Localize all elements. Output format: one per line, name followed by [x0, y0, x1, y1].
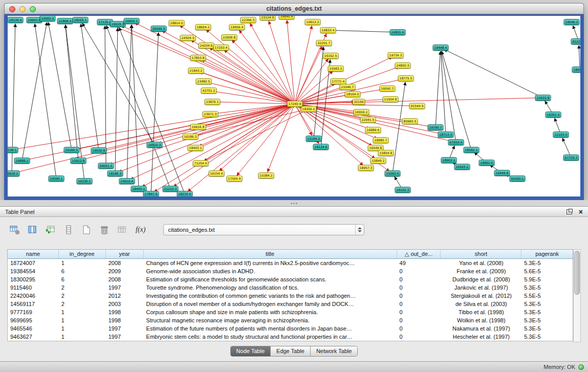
graph-node[interactable]: 18300 2	[301, 106, 317, 112]
graph-node[interactable]: 18186 3	[107, 170, 123, 177]
graph-node[interactable]: 16949 8	[494, 170, 510, 176]
graph-node[interactable]: 16186 3	[183, 134, 199, 140]
tab-node-table[interactable]: Node Table	[231, 346, 271, 356]
import-table-icon[interactable]	[45, 224, 56, 235]
graph-node[interactable]: 71254 0	[193, 160, 209, 166]
graph-node[interactable]: 11504 8	[383, 96, 399, 102]
graph-node[interactable]: 17253 4	[213, 45, 229, 51]
table-row[interactable]: 1830029562008Estimation of significance …	[8, 275, 573, 283]
graph-node[interactable]: 18265 1	[73, 17, 89, 23]
graph-node[interactable]: 19613 2	[305, 19, 321, 25]
graph-node[interactable]: 19565 3	[40, 16, 56, 21]
scrollbar-thumb[interactable]	[574, 251, 580, 295]
graph-node[interactable]: 21868 4	[57, 18, 73, 24]
graph-node[interactable]: 16889 6	[365, 127, 381, 133]
graph-node[interactable]: 17594 4	[227, 176, 243, 182]
graph-node[interactable]: 24610 4	[119, 178, 135, 184]
graph-node[interactable]: 42751 2	[201, 87, 217, 94]
table-vertical-scrollbar[interactable]	[573, 249, 581, 342]
graph-node[interactable]: 18775 5	[398, 75, 414, 81]
graph-node[interactable]: 19046 3	[564, 19, 580, 25]
delete-table-icon[interactable]	[99, 224, 110, 235]
graph-node[interactable]: 19448 4	[433, 45, 449, 51]
graph-node[interactable]: 18962 0	[479, 160, 495, 166]
graph-node[interactable]: 18582 1	[464, 147, 480, 153]
graph-node[interactable]: 19790 7	[428, 124, 444, 130]
tab-edge-table[interactable]: Edge Table	[271, 346, 311, 356]
table-row[interactable]: 1872400712008Changes of HCN gene express…	[8, 259, 573, 267]
column-header[interactable]: pagerank	[521, 250, 573, 258]
graph-node[interactable]: 18814 0	[169, 20, 185, 26]
table-row[interactable]: 1938455462009Genome-wide association stu…	[8, 267, 573, 275]
graph-node[interactable]: 23482 5	[196, 78, 212, 84]
panel-divider[interactable]	[0, 200, 588, 206]
graph-node[interactable]: 18158 1	[8, 147, 18, 153]
graph-node[interactable]: 17853 8	[190, 55, 206, 61]
graph-node[interactable]: 80965 5	[402, 118, 418, 124]
graph-node[interactable]: 30049 3	[151, 26, 167, 32]
graph-node[interactable]: 10629 2	[8, 170, 19, 177]
table-settings-icon[interactable]	[9, 224, 20, 235]
close-panel-icon[interactable]: ×	[579, 208, 583, 215]
network-canvas[interactable]: 18139 420643 019565 321868 418265 117135…	[8, 16, 580, 196]
graph-node[interactable]: 19956 4	[229, 24, 245, 30]
graph-node[interactable]: 19030 8	[91, 147, 107, 154]
graph-node[interactable]: 15933 8	[535, 95, 551, 101]
network-table-select[interactable]: citations_edges.txt	[163, 224, 364, 235]
graph-node[interactable]: 23876 1	[205, 99, 221, 105]
graph-node[interactable]: 16351 4	[546, 112, 561, 118]
table-row[interactable]: 946362711997Embryonic stem cells: a mode…	[8, 333, 573, 341]
graph-node[interactable]: 16102 3	[395, 187, 411, 193]
graph-node[interactable]: 15849 2	[371, 158, 386, 164]
graph-node[interactable]: 16336 1	[77, 178, 93, 184]
graph-node[interactable]: 23671 3	[203, 111, 219, 117]
column-visibility-icon[interactable]	[27, 224, 38, 235]
graph-node[interactable]: 18453 2	[572, 67, 580, 73]
graph-node[interactable]: 18604 2	[195, 24, 211, 30]
graph-node[interactable]: 19590 1	[49, 176, 64, 182]
graph-node[interactable]: 18139 4	[8, 17, 23, 23]
column-header[interactable]: year	[106, 250, 144, 258]
graph-node[interactable]: 18713 3	[438, 132, 454, 138]
table-row[interactable]: 1456911722003Disruption of a novel membe…	[8, 300, 573, 308]
new-table-icon[interactable]	[81, 224, 92, 235]
graph-node[interactable]: 15583 2	[328, 65, 344, 72]
merge-table-icon[interactable]	[117, 224, 128, 235]
graph-node[interactable]: 17240 9	[287, 101, 303, 107]
graph-node[interactable]: 15093 4	[385, 170, 401, 177]
graph-node[interactable]: 25260 5	[64, 147, 80, 153]
zoom-button[interactable]	[30, 6, 36, 12]
graph-node[interactable]: 18134 8	[313, 144, 329, 150]
graph-node[interactable]: 16042 7	[380, 85, 396, 92]
graph-node[interactable]: 22041 0	[360, 117, 376, 123]
minimize-button[interactable]	[19, 6, 26, 12]
graph-node[interactable]: 15384 2	[258, 172, 274, 179]
column-header[interactable]: in_degree	[59, 250, 106, 258]
float-panel-icon[interactable]	[567, 209, 573, 214]
graph-node[interactable]: 15124 9	[260, 16, 276, 20]
graph-node[interactable]: 15854 8	[378, 150, 394, 156]
graph-node[interactable]: 19833 4	[320, 27, 336, 33]
function-builder-icon[interactable]: f(x)	[136, 226, 145, 234]
graph-node[interactable]: 24831 4	[390, 29, 406, 35]
row-tools-icon[interactable]	[63, 224, 74, 235]
graph-node[interactable]: 18903 2	[441, 157, 457, 163]
graph-node[interactable]: 16162 5	[323, 53, 339, 59]
graph-node[interactable]: 32201 7	[316, 40, 332, 46]
graph-node[interactable]: 16905 1	[124, 18, 140, 24]
graph-node[interactable]: 32169	[352, 99, 365, 105]
graph-node[interactable]: 18164 0	[345, 91, 361, 97]
graph-node[interactable]: 18985 7	[373, 137, 389, 143]
graph-node[interactable]: 21843 2	[188, 68, 204, 74]
table-row[interactable]: 969969511998Structural magnetic resonanc…	[8, 316, 573, 324]
table-row[interactable]: 2242004622012Investigating the contribut…	[8, 292, 573, 300]
graph-node[interactable]: 15184 5	[306, 136, 322, 142]
graph-node[interactable]: 19888 2	[14, 158, 30, 164]
column-header[interactable]: short	[441, 250, 521, 258]
graph-node[interactable]: 16916 2	[354, 109, 369, 115]
table-row[interactable]: 911546021997Tourette syndrome. Phenomeno…	[8, 283, 573, 292]
graph-node[interactable]: 19734 3	[388, 52, 404, 58]
column-header[interactable]: name	[8, 250, 59, 258]
graph-node[interactable]: 21046 7	[340, 84, 356, 90]
graph-node[interactable]: 17847 6	[143, 191, 159, 196]
